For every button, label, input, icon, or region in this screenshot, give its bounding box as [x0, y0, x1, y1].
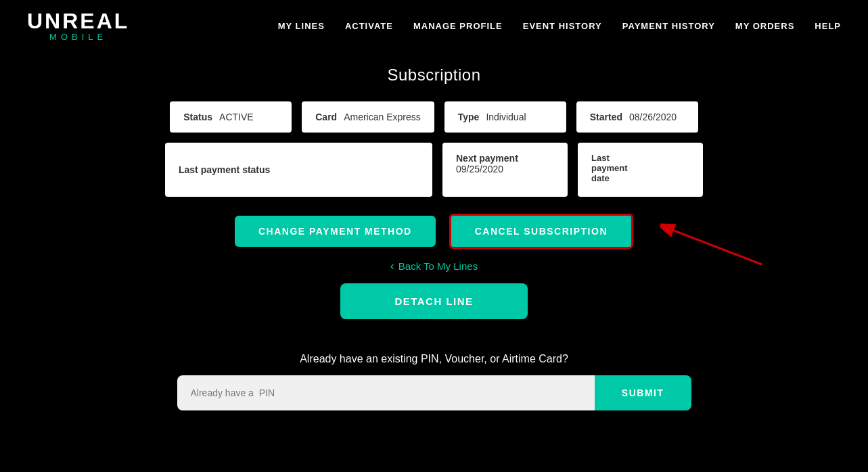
card-label: Card [315, 112, 337, 122]
status-label: Status [183, 112, 212, 122]
action-buttons: CHANGE PAYMENT METHOD CANCEL SUBSCRIPTIO… [235, 214, 633, 249]
pin-input-row: SUBMIT [177, 375, 691, 410]
nav-activate[interactable]: ACTIVATE [345, 21, 393, 31]
status-value: ACTIVE [219, 112, 254, 122]
started-card: Started 08/26/2020 [576, 101, 698, 133]
logo-unreal: UNREAL [27, 10, 129, 32]
header: UNREAL MOBILE MY LINES ACTIVATE MANAGE P… [0, 0, 868, 52]
nav-my-orders[interactable]: MY ORDERS [735, 21, 795, 31]
cancel-subscription-button[interactable]: CANCEL SUBSCRIPTION [449, 214, 633, 249]
logo: UNREAL MOBILE [27, 10, 129, 42]
type-value: Individual [486, 112, 526, 122]
type-label: Type [458, 112, 480, 122]
page-title: Subscription [387, 66, 480, 85]
started-value: 08/26/2020 [629, 112, 677, 122]
last-payment-status-card: Last payment status [165, 143, 432, 197]
chevron-left-icon: ‹ [390, 259, 394, 273]
logo-mobile: MOBILE [49, 32, 107, 42]
pin-question: Already have an existing PIN, Voucher, o… [300, 353, 568, 365]
next-payment-card: Next payment 09/25/2020 [442, 143, 568, 197]
nav-help[interactable]: HELP [815, 21, 841, 31]
nav-manage-profile[interactable]: MANAGE PROFILE [413, 21, 503, 31]
submit-button[interactable]: SUBMIT [595, 375, 691, 410]
change-payment-button[interactable]: CHANGE PAYMENT METHOD [235, 216, 436, 247]
last-payment-date-label: Lastpaymentdate [591, 153, 627, 183]
back-link-label: Back To My Lines [398, 260, 478, 272]
status-card: Status ACTIVE [170, 101, 292, 133]
info-cards-row-1: Status ACTIVE Card American Express Type… [170, 101, 698, 133]
back-to-my-lines-link[interactable]: ‹ Back To My Lines [390, 259, 478, 273]
annotation-arrow [660, 217, 769, 271]
info-cards-row-2: Last payment status Next payment 09/25/2… [165, 143, 703, 197]
svg-line-1 [674, 231, 762, 264]
detach-line-button[interactable]: DETACH LINE [340, 283, 527, 319]
last-payment-status-label: Last payment status [179, 164, 270, 175]
main-nav: MY LINES ACTIVATE MANAGE PROFILE EVENT H… [278, 21, 841, 31]
nav-event-history[interactable]: EVENT HISTORY [523, 21, 602, 31]
nav-payment-history[interactable]: PAYMENT HISTORY [622, 21, 715, 31]
pin-section: Already have an existing PIN, Voucher, o… [27, 353, 841, 410]
last-payment-date-card: Lastpaymentdate [578, 143, 703, 197]
card-value: American Express [344, 112, 421, 122]
card-card: Card American Express [302, 101, 434, 133]
main-content: Subscription Status ACTIVE Card American… [0, 52, 868, 438]
started-label: Started [590, 112, 622, 122]
next-payment-label: Next payment [456, 153, 518, 164]
pin-input[interactable] [177, 375, 595, 410]
nav-my-lines[interactable]: MY LINES [278, 21, 325, 31]
type-card: Type Individual [444, 101, 566, 133]
next-payment-value: 09/25/2020 [456, 164, 503, 174]
